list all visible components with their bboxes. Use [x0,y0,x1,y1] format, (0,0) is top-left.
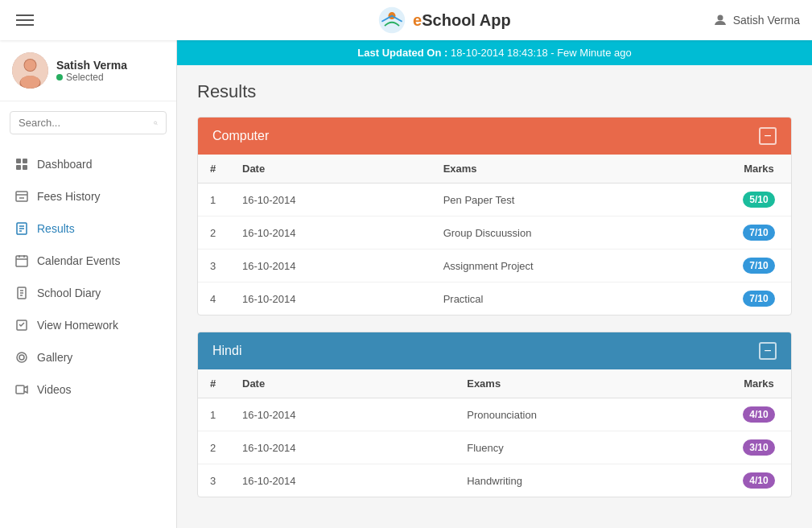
update-prefix: Last Updated On : [357,47,447,59]
table-row: 1 16-10-2014 Pen Paper Test 5/10 [198,184,791,217]
status-label: Selected [66,72,104,83]
svg-point-0 [379,7,405,33]
svg-point-7 [21,76,40,89]
table-header-row: # Date Exams Marks [198,155,791,184]
sidebar-item-videos[interactable]: Videos [0,373,176,406]
results-table-computer: # Date Exams Marks 1 16-10-2014 Pen Pape… [198,155,791,315]
subject-name-hindi: Hindi [212,344,241,358]
header-left [12,10,38,30]
subject-name-computer: Computer [212,129,269,143]
user-name: Satish Verma [56,59,127,72]
content-area: Results Computer − # Date Exams Marks [177,65,812,528]
fees-icon [14,189,29,204]
col-date: Date [230,369,455,398]
gallery-icon [14,350,29,365]
col-num: # [198,369,230,398]
cell-exam: Pronounciation [455,398,727,431]
avatar [12,52,48,89]
cell-date: 16-10-2014 [230,431,455,464]
sidebar-item-gallery[interactable]: Gallery [0,341,176,373]
svg-rect-13 [23,165,27,170]
diary-icon [14,286,29,300]
homework-label: View Homework [37,319,118,332]
cell-date: 16-10-2014 [230,250,431,283]
table-row: 4 16-10-2014 Practical 7/10 [198,283,791,316]
nav-menu: Dashboard Fees History Results [0,144,176,410]
cell-marks: 5/10 [727,184,791,217]
table-row: 3 16-10-2014 Handwriting 4/10 [198,464,791,497]
update-bar: Last Updated On : 18-10-2014 18:43:18 - … [177,40,812,65]
user-profile: Satish Verma Selected [0,40,176,101]
user-info: Satish Verma Selected [56,59,127,83]
app-header: eSchool App Satish Verma [0,0,812,40]
col-exams: Exams [455,369,727,398]
table-header-row: # Date Exams Marks [198,369,791,398]
search-input[interactable] [19,117,154,129]
update-value: 18-10-2014 18:43:18 - Few Minute ago [451,47,632,59]
col-date: Date [230,155,431,184]
cell-marks: 4/10 [727,398,791,431]
cell-exam: Practical [431,283,727,316]
subject-section-hindi: Hindi − # Date Exams Marks 1 16-10 [197,332,792,497]
user-status: Selected [56,72,127,83]
svg-point-8 [154,121,156,123]
svg-rect-32 [16,386,24,394]
cell-num: 2 [198,217,230,250]
svg-rect-12 [16,165,21,170]
cell-date: 16-10-2014 [230,398,455,431]
col-marks: Marks [727,369,791,398]
cell-exam: Pen Paper Test [431,184,727,217]
table-row: 1 16-10-2014 Pronounciation 4/10 [198,398,791,431]
sidebar-item-fees-history[interactable]: Fees History [0,180,176,212]
logo-icon [377,6,406,35]
sidebar: Satish Verma Selected Dashboard [0,40,177,528]
page-title: Results [197,81,792,102]
cell-num: 1 [198,184,230,217]
status-dot [56,74,63,80]
results-table-hindi: # Date Exams Marks 1 16-10-2014 Pronounc… [198,369,791,497]
subject-header-computer[interactable]: Computer − [198,118,791,155]
header-right: Satish Verma [714,14,800,27]
dashboard-label: Dashboard [37,158,93,171]
sidebar-item-dashboard[interactable]: Dashboard [0,148,176,180]
marks-badge: 7/10 [743,291,774,307]
svg-rect-11 [23,159,27,163]
svg-point-30 [17,353,27,362]
marks-badge: 7/10 [743,258,774,274]
logo-area: eSchool App [377,6,511,35]
school-diary-label: School Diary [37,287,101,299]
marks-badge: 3/10 [743,439,774,456]
dashboard-icon [14,157,29,171]
cell-marks: 7/10 [727,217,791,250]
cell-date: 16-10-2014 [230,184,431,217]
videos-icon [14,382,29,397]
cell-exam: Fluency [455,431,727,464]
search-box[interactable] [10,111,167,134]
sidebar-item-homework[interactable]: View Homework [0,309,176,341]
hamburger-menu[interactable] [12,10,38,30]
cell-marks: 7/10 [727,250,791,283]
table-row: 2 16-10-2014 Fluency 3/10 [198,431,791,464]
collapse-btn-hindi[interactable]: − [759,342,777,360]
sidebar-item-calendar[interactable]: Calendar Events [0,245,176,277]
cell-num: 3 [198,464,230,497]
sidebar-item-results[interactable]: Results [0,212,176,245]
user-icon [714,14,727,27]
logo-text: eSchool App [413,11,511,30]
collapse-btn-computer[interactable]: − [759,127,777,145]
svg-point-31 [19,355,24,360]
calendar-label: Calendar Events [37,254,121,267]
cell-marks: 4/10 [727,464,791,497]
subject-header-hindi[interactable]: Hindi − [198,332,791,369]
gallery-label: Gallery [37,351,72,364]
search-icon [154,118,158,129]
table-row: 3 16-10-2014 Assignment Project 7/10 [198,250,791,283]
cell-num: 3 [198,250,230,283]
subject-section-computer: Computer − # Date Exams Marks 1 16 [197,117,792,316]
cell-marks: 7/10 [727,283,791,316]
sidebar-item-school-diary[interactable]: School Diary [0,277,176,309]
results-icon [14,221,29,236]
main-layout: Satish Verma Selected Dashboard [0,40,812,528]
cell-num: 4 [198,283,230,316]
cell-date: 16-10-2014 [230,217,431,250]
